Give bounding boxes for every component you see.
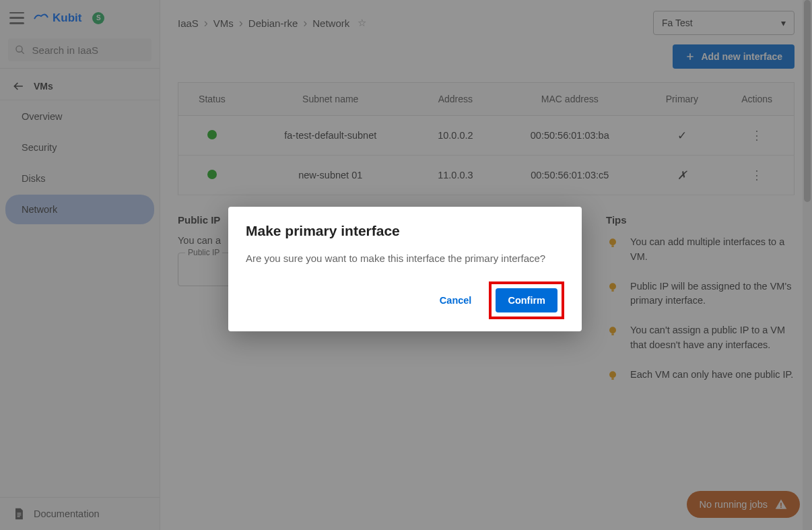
confirm-highlight: Confirm — [489, 281, 564, 319]
confirm-button[interactable]: Confirm — [496, 288, 557, 312]
dialog-actions: Cancel Confirm — [246, 281, 564, 319]
dialog-title: Make primary interface — [246, 223, 564, 239]
make-primary-dialog: Make primary interface Are you sure you … — [228, 207, 582, 331]
dialog-body: Are you sure you want to make this inter… — [246, 253, 564, 264]
cancel-button[interactable]: Cancel — [432, 288, 480, 312]
